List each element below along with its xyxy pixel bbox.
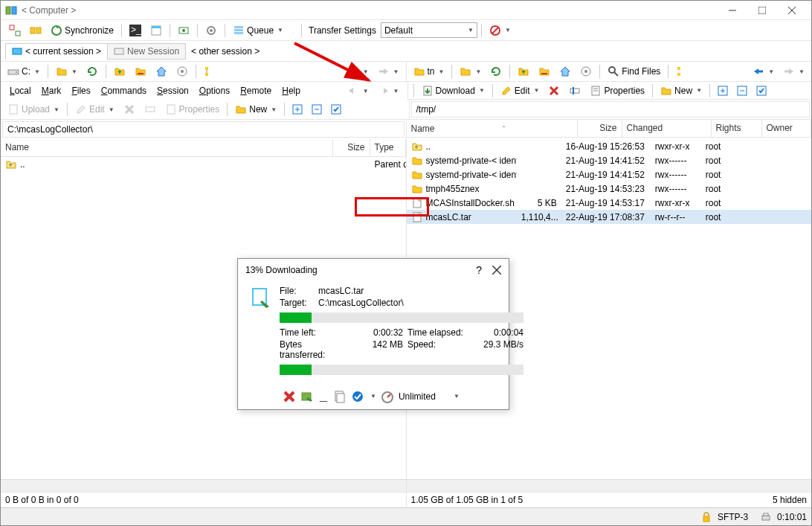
console-icon[interactable]: >_ <box>126 22 145 39</box>
local-parent-icon[interactable] <box>110 63 129 80</box>
transfer-mode-icon[interactable] <box>351 390 364 403</box>
local-drive-selector[interactable]: C: ▼ <box>4 63 44 80</box>
nav-back-icon[interactable]: ▼ <box>344 83 373 99</box>
synchronize-button[interactable]: Synchronize <box>47 22 117 39</box>
queue-label: Queue <box>247 25 274 36</box>
remote-open-folder-icon[interactable]: ▼ <box>456 63 485 80</box>
putty-icon[interactable] <box>174 22 193 39</box>
remote-col-changed[interactable]: Changed <box>622 120 712 137</box>
local-rename-icon[interactable] <box>141 101 160 118</box>
remote-col-rights[interactable]: Rights <box>712 120 762 137</box>
dialog-close-button[interactable] <box>492 266 501 275</box>
disconnect-icon[interactable]: ▼ <box>486 22 515 39</box>
minimize-button[interactable] <box>718 1 747 19</box>
list-item[interactable]: systemd-private-< identifier >...21-Aug-… <box>407 167 812 182</box>
local-bookmark-icon[interactable] <box>173 63 192 80</box>
list-item[interactable]: ..16-Aug-19 15:26:53rwxr-xr-xroot <box>407 139 812 153</box>
cancel-transfer-icon[interactable] <box>283 390 296 403</box>
dialog-titlebar: 13% Downloading ? <box>238 259 509 281</box>
local-refresh-icon[interactable] <box>83 63 102 80</box>
list-item[interactable]: tmph455znex21-Aug-19 14:53:23rwx------ro… <box>407 182 812 196</box>
local-select-all-icon[interactable] <box>327 101 345 118</box>
list-item[interactable]: MCASInstallDocker.sh5 KB21-Aug-19 14:53:… <box>407 196 812 210</box>
compare-icon[interactable] <box>5 22 25 39</box>
remote-horizontal-scrollbar[interactable] <box>407 479 812 492</box>
local-edit-button[interactable]: Edit ▼ <box>71 101 118 118</box>
remote-properties-button[interactable]: Properties <box>586 83 648 99</box>
collapse-icon[interactable] <box>733 83 751 99</box>
sync-browse-icon[interactable] <box>26 22 45 39</box>
menu-local[interactable]: Local <box>5 84 36 97</box>
file-changed: 16-Aug-19 15:26:53 <box>561 141 651 153</box>
remote-dir-selector[interactable]: tn ▼ <box>410 63 448 80</box>
remote-refresh-icon[interactable] <box>486 63 506 80</box>
nav-forward-icon[interactable]: ▼ <box>374 83 403 99</box>
svg-rect-24 <box>13 48 22 54</box>
settings-icon[interactable] <box>202 22 221 39</box>
svg-rect-0 <box>6 7 10 14</box>
remote-home-icon[interactable] <box>555 63 575 80</box>
file-rights: rwx------ <box>651 183 701 195</box>
local-forward-icon[interactable]: ▼ <box>374 63 403 80</box>
maximize-button[interactable] <box>747 1 777 19</box>
list-item[interactable]: .. Parent d <box>1 157 406 171</box>
tab-current-session[interactable]: < current session > <box>5 43 108 60</box>
menu-help[interactable]: Help <box>277 84 305 97</box>
find-files-button[interactable]: Find Files <box>604 63 664 80</box>
explorer-icon[interactable] <box>146 22 166 39</box>
remote-parent-icon[interactable] <box>514 63 533 80</box>
transfer-settings-dropdown[interactable]: Default ▼ <box>381 22 477 38</box>
local-col-name[interactable]: Name <box>1 139 333 156</box>
remote-col-owner[interactable]: Owner <box>762 120 812 137</box>
remote-root-icon[interactable] <box>535 63 554 80</box>
remote-col-size[interactable]: Size <box>578 120 622 137</box>
local-horizontal-scrollbar[interactable] <box>1 479 406 492</box>
download-button[interactable]: Download ▼ <box>418 83 489 99</box>
remote-rename-icon[interactable] <box>565 83 584 99</box>
local-pathbar[interactable]: C:\mcasLogCollector\ <box>2 121 405 138</box>
remote-edit-button[interactable]: Edit ▼ <box>497 83 544 99</box>
minimize-transfer-icon[interactable] <box>300 390 314 403</box>
local-collapse-icon[interactable] <box>308 101 326 118</box>
menu-files[interactable]: Files <box>67 84 94 97</box>
local-expand-icon[interactable] <box>289 101 306 118</box>
speed-limit-icon[interactable] <box>381 390 394 403</box>
local-root-icon[interactable] <box>131 63 150 80</box>
local-new-button[interactable]: New ▼ <box>231 101 280 118</box>
local-col-type[interactable]: Type <box>370 139 406 156</box>
tab-other-session[interactable]: < other session > <box>185 43 265 60</box>
remote-new-button[interactable]: New ▼ <box>657 83 706 99</box>
close-button[interactable] <box>777 1 807 19</box>
upload-button[interactable]: Upload ▼ <box>4 101 63 118</box>
local-back-icon[interactable]: ▼ <box>344 63 373 80</box>
help-button[interactable]: ? <box>476 264 482 276</box>
svg-rect-42 <box>677 73 680 76</box>
tab-new-session[interactable]: New Session <box>107 43 186 60</box>
local-properties-button[interactable]: Properties <box>161 101 224 118</box>
menu-remote[interactable]: Remote <box>236 84 276 97</box>
copy-clipboard-icon[interactable] <box>333 390 347 403</box>
menu-commands[interactable]: Commands <box>97 84 151 97</box>
local-home-icon[interactable] <box>152 63 171 80</box>
remote-tree-icon[interactable] <box>672 63 692 80</box>
local-tree-icon[interactable] <box>200 63 219 80</box>
local-delete-icon[interactable] <box>120 101 139 118</box>
local-open-folder-icon[interactable]: ▼ <box>52 63 81 80</box>
remote-pathbar[interactable]: /tmp/ <box>411 101 811 118</box>
expand-icon[interactable] <box>714 83 732 99</box>
local-col-size[interactable]: Size <box>333 139 370 156</box>
queue-button[interactable]: Queue ▼ <box>229 22 287 39</box>
list-item[interactable]: systemd-private-< identifier >...21-Aug-… <box>407 153 812 167</box>
list-item[interactable]: mcasLC.tar1,110,4...22-Aug-19 17:08:37rw… <box>407 210 812 224</box>
remote-bookmark-icon[interactable] <box>576 63 596 80</box>
remote-delete-icon[interactable] <box>544 83 564 99</box>
svg-point-30 <box>181 70 184 73</box>
menu-mark[interactable]: Mark <box>37 84 66 97</box>
remote-col-name[interactable]: Name⌃ <box>407 120 578 137</box>
menu-options[interactable]: Options <box>195 84 234 97</box>
select-all-icon[interactable] <box>753 83 770 99</box>
remote-back-icon[interactable]: ▼ <box>749 63 778 80</box>
remote-forward-icon[interactable]: ▼ <box>779 63 808 80</box>
svg-text:>_: >_ <box>131 25 141 35</box>
menu-session[interactable]: Session <box>152 84 193 97</box>
